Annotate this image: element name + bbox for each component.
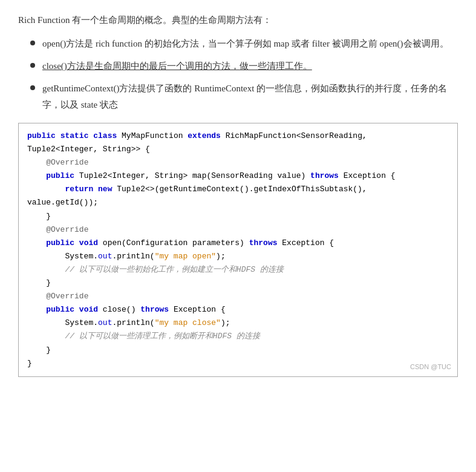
bullet-dot-open <box>30 41 35 45</box>
bullet-item-close: close()方法是生命周期中的最后一个调用的方法，做一些清理工作。 <box>18 58 458 74</box>
bullet-dot-runtime <box>30 85 35 90</box>
code-line-17: System.out.println("my map close"); <box>27 316 449 330</box>
code-line-6: value.getId()); <box>27 196 449 209</box>
bullet-item-open: open()方法是 rich function 的初始化方法，当一个算子例如 m… <box>18 36 458 52</box>
code-line-12: // 以下可以做一些初始化工作，例如建立一个和HDFS 的连接 <box>27 263 449 277</box>
underline-close: close()方法是生命周期中的最后一个调用的方法，做一些清理工作。 <box>42 61 312 71</box>
bullet-dot-close <box>30 63 35 68</box>
code-line-19: } <box>27 344 449 357</box>
bullet-list: open()方法是 rich function 的初始化方法，当一个算子例如 m… <box>18 36 458 113</box>
code-line-3: @Override <box>27 156 449 169</box>
bullet-item-runtime: getRuntimeContext()方法提供了函数的 RuntimeConte… <box>18 80 458 113</box>
code-line-15: @Override <box>27 290 449 303</box>
bullet-text-runtime: getRuntimeContext()方法提供了函数的 RuntimeConte… <box>42 80 458 113</box>
code-block: public static class MyMapFunction extend… <box>18 123 458 377</box>
watermark: CSDN @TUC <box>410 361 451 373</box>
code-line-7: } <box>27 210 449 223</box>
code-line-2: Tuple2<Integer, String>> { <box>27 143 449 156</box>
intro-text: Rich Function 有一个生命周期的概念。典型的生命周期方法有： <box>18 12 458 28</box>
bullet-text-close: close()方法是生命周期中的最后一个调用的方法，做一些清理工作。 <box>42 58 458 74</box>
code-line-13: } <box>27 277 449 290</box>
code-line-16: public void close() throws Exception { <box>27 303 449 316</box>
code-line-1: public static class MyMapFunction extend… <box>27 129 449 143</box>
code-line-5: return new Tuple2<>(getRuntimeContext().… <box>27 183 449 196</box>
bullet-text-open: open()方法是 rich function 的初始化方法，当一个算子例如 m… <box>42 36 458 52</box>
code-line-4: public Tuple2<Integer, String> map(Senso… <box>27 169 449 183</box>
code-line-18: // 以下可以做一些清理工作，例如断开和HDFS 的连接 <box>27 330 449 343</box>
code-line-10: public void open(Configuration parameter… <box>27 237 449 250</box>
code-line-20: } <box>27 357 449 370</box>
code-line-9: @Override <box>27 223 449 237</box>
code-line-11: System.out.println("my map open"); <box>27 250 449 263</box>
